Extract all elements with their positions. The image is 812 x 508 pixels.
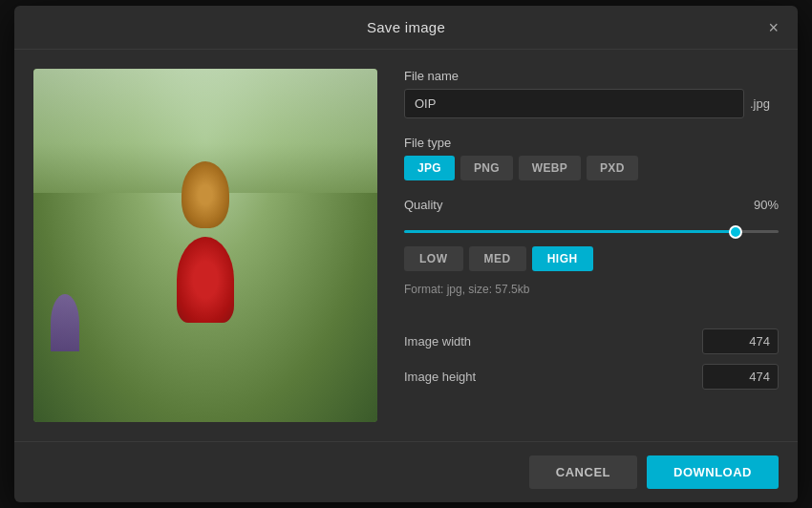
- dialog-body: File name .jpg File type JPG PNG WEBP PX…: [14, 50, 798, 441]
- filetype-webp-button[interactable]: WEBP: [519, 156, 581, 180]
- filetype-jpg-button[interactable]: JPG: [404, 156, 455, 180]
- filename-group: File name .jpg: [404, 69, 779, 118]
- quality-label: Quality: [404, 198, 442, 212]
- cancel-button[interactable]: CANCEL: [529, 455, 637, 489]
- dialog-title: Save image: [367, 19, 445, 35]
- download-button[interactable]: DOWNLOAD: [647, 455, 779, 489]
- photo-flowers: [51, 294, 79, 351]
- quality-slider-container: [404, 220, 779, 237]
- filetype-png-button[interactable]: PNG: [460, 156, 513, 180]
- width-row: Image width: [404, 328, 779, 354]
- form-section: File name .jpg File type JPG PNG WEBP PX…: [404, 69, 779, 422]
- quality-low-button[interactable]: LOW: [404, 246, 463, 271]
- width-input[interactable]: [702, 328, 779, 354]
- format-info: Format: jpg, size: 57.5kb: [404, 283, 779, 296]
- dialog-footer: CANCEL DOWNLOAD: [14, 441, 798, 502]
- quality-value: 90%: [754, 198, 779, 212]
- modal-overlay: Save image × File name: [0, 0, 812, 508]
- image-preview: [33, 69, 377, 422]
- width-label: Image width: [404, 334, 471, 349]
- filename-row: .jpg: [404, 89, 779, 118]
- filetype-label: File type: [404, 136, 779, 150]
- photo-dress: [177, 237, 234, 323]
- quality-slider[interactable]: [404, 230, 779, 233]
- height-row: Image height: [404, 364, 779, 390]
- filetype-group: File type JPG PNG WEBP PXD: [404, 136, 779, 180]
- quality-high-button[interactable]: HIGH: [532, 246, 593, 271]
- height-label: Image height: [404, 370, 476, 384]
- file-extension: .jpg: [750, 96, 779, 111]
- filetype-buttons: JPG PNG WEBP PXD: [404, 156, 779, 180]
- photo-hair: [182, 161, 229, 228]
- save-image-dialog: Save image × File name: [14, 6, 798, 502]
- height-input[interactable]: [702, 364, 779, 390]
- quality-group: Quality 90% LOW MED HIGH Format: jpg, si…: [404, 198, 779, 311]
- preview-image: [33, 69, 377, 422]
- filetype-pxd-button[interactable]: PXD: [587, 156, 638, 180]
- quality-med-button[interactable]: MED: [469, 246, 526, 271]
- close-button[interactable]: ×: [764, 15, 782, 40]
- quality-presets: LOW MED HIGH: [404, 246, 779, 271]
- dialog-header: Save image ×: [14, 6, 798, 50]
- filename-label: File name: [404, 69, 779, 83]
- quality-header: Quality 90%: [404, 198, 779, 212]
- filename-input[interactable]: [404, 89, 744, 118]
